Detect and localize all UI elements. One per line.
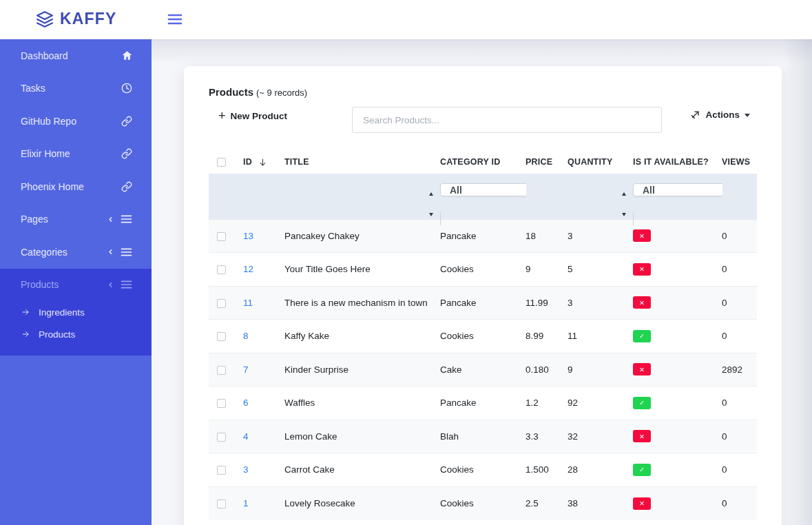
plus-icon: + xyxy=(218,110,226,122)
row-quantity: 5 xyxy=(568,253,633,287)
table-row: 3 Carrot Cake Cookies 1.500 28 ✓ 0 xyxy=(209,453,757,487)
column-header-price: PRICE xyxy=(525,150,568,174)
row-title: Your Title Goes Here xyxy=(284,253,440,287)
sidebar-item-elixir-home[interactable]: Elixir Home xyxy=(0,138,152,171)
chevron-left-icon xyxy=(107,248,114,256)
row-checkbox[interactable] xyxy=(217,399,226,408)
logo-text: KAFFY xyxy=(60,10,117,28)
menu-toggle-button[interactable] xyxy=(167,13,183,25)
row-views: 2892 xyxy=(722,353,757,387)
arrow-right-icon xyxy=(21,330,30,338)
sidebar-item-pages[interactable]: Pages xyxy=(0,203,152,236)
row-price: 9 xyxy=(525,253,568,287)
row-views: 0 xyxy=(722,420,757,453)
row-title: Lemon Cake xyxy=(284,420,440,453)
availability-badge: ✕ xyxy=(633,296,651,309)
sidebar-item-label: Categories xyxy=(21,247,67,258)
search-input[interactable] xyxy=(352,107,662,133)
hamburger-icon xyxy=(167,13,183,25)
sidebar-item-dashboard[interactable]: Dashboard xyxy=(0,39,152,72)
page-title: Products(~ 9 records) xyxy=(209,86,307,98)
sidebar-subitem-products[interactable]: Products xyxy=(0,323,152,345)
row-id-link[interactable]: 11 xyxy=(243,298,253,308)
column-header-title: TITLE xyxy=(284,150,440,174)
column-header-id[interactable]: ID xyxy=(243,150,284,174)
row-id-link[interactable]: 8 xyxy=(243,331,249,341)
sidebar-item-github-repo[interactable]: GitHub Repo xyxy=(0,105,152,138)
availability-badge: ✕ xyxy=(633,497,651,510)
row-id-link[interactable]: 7 xyxy=(243,364,249,375)
table-row: 11 There is a new mechanism in town Panc… xyxy=(209,286,757,320)
availability-badge: ✕ xyxy=(633,430,651,442)
availability-badge: ✓ xyxy=(633,397,651,409)
arrow-right-icon xyxy=(21,308,30,316)
sidebar-item-label: Dashboard xyxy=(21,50,68,61)
row-title: Waffles xyxy=(284,387,440,420)
sidebar-item-products[interactable]: Products xyxy=(0,269,152,302)
row-id-link[interactable]: 13 xyxy=(243,231,253,241)
sidebar-item-label: Elixir Home xyxy=(21,148,70,159)
table-row: 7 Kinder Surprise Cake 0.180 9 ✕ 2892 xyxy=(209,353,757,387)
new-product-label: New Product xyxy=(231,111,288,121)
sidebar-item-label: Phoenix Home xyxy=(21,181,84,192)
availability-badge: ✕ xyxy=(633,229,651,242)
link-icon xyxy=(121,181,132,192)
sidebar: Dashboard Tasks GitHub Repo Elixir Home xyxy=(0,39,152,525)
row-category: Pancake xyxy=(440,219,525,253)
row-price: 3.3 xyxy=(525,420,568,453)
sidebar-item-categories[interactable]: Categories xyxy=(0,236,152,269)
sidebar-item-tasks[interactable]: Tasks xyxy=(0,72,152,105)
row-checkbox[interactable] xyxy=(217,500,226,508)
topbar: KAFFY xyxy=(0,0,812,39)
row-views: 0 xyxy=(722,387,757,420)
row-checkbox[interactable] xyxy=(217,366,226,375)
sidebar-subitem-label: Ingredients xyxy=(39,307,85,318)
actions-dropdown-button[interactable]: Actions xyxy=(690,110,750,120)
row-id-link[interactable]: 6 xyxy=(243,398,249,408)
row-quantity: 11 xyxy=(568,320,633,353)
available-filter-select[interactable]: All xyxy=(634,167,722,213)
row-checkbox[interactable] xyxy=(217,232,226,241)
category-filter-select[interactable]: All xyxy=(441,167,526,213)
table-body: 13 Pancakey Chakey Pancake 18 3 ✕ 0 12 Y… xyxy=(209,219,757,520)
row-views: 0 xyxy=(722,453,757,487)
sidebar-item-label: GitHub Repo xyxy=(21,116,76,127)
row-category: Blah xyxy=(440,420,525,453)
row-id-link[interactable]: 1 xyxy=(243,498,249,508)
row-category: Cookies xyxy=(440,253,525,287)
row-views: 0 xyxy=(722,286,757,320)
chevron-left-icon xyxy=(107,281,114,289)
sort-descending-icon xyxy=(258,158,267,167)
table-row: 8 Kaffy Kake Cookies 8.99 11 ✓ 0 xyxy=(209,320,757,353)
sidebar-item-phoenix-home[interactable]: Phoenix Home xyxy=(0,170,152,203)
row-quantity: 28 xyxy=(568,453,633,487)
select-all-checkbox[interactable] xyxy=(217,158,226,167)
clock-icon xyxy=(121,83,132,94)
sidebar-subitem-ingredients[interactable]: Ingredients xyxy=(0,301,152,323)
row-checkbox[interactable] xyxy=(217,466,226,475)
row-category: Cookies xyxy=(440,486,525,520)
row-id-link[interactable]: 4 xyxy=(243,431,249,442)
home-icon xyxy=(122,50,132,61)
logo-link[interactable]: KAFFY xyxy=(36,10,117,28)
sidebar-item-label: Products xyxy=(21,279,59,290)
sidebar-item-label: Tasks xyxy=(21,83,45,94)
table-row: 4 Lemon Cake Blah 3.3 32 ✕ 0 xyxy=(209,420,757,453)
row-checkbox[interactable] xyxy=(217,299,226,308)
row-views: 0 xyxy=(722,219,757,253)
layers-icon xyxy=(36,10,54,28)
row-id-link[interactable]: 12 xyxy=(243,264,253,274)
link-icon xyxy=(121,148,132,159)
row-quantity: 9 xyxy=(568,353,633,387)
row-views: 0 xyxy=(722,253,757,287)
row-checkbox[interactable] xyxy=(217,332,226,341)
availability-badge: ✕ xyxy=(633,263,651,276)
row-quantity: 32 xyxy=(568,420,633,453)
row-checkbox[interactable] xyxy=(217,433,226,442)
records-count: (~ 9 records) xyxy=(256,88,307,98)
menu-icon xyxy=(121,280,132,289)
row-checkbox[interactable] xyxy=(217,265,226,274)
row-id-link[interactable]: 3 xyxy=(243,464,249,475)
column-header-quantity: QUANTITY xyxy=(568,150,633,174)
new-product-button[interactable]: + New Product xyxy=(218,110,287,122)
